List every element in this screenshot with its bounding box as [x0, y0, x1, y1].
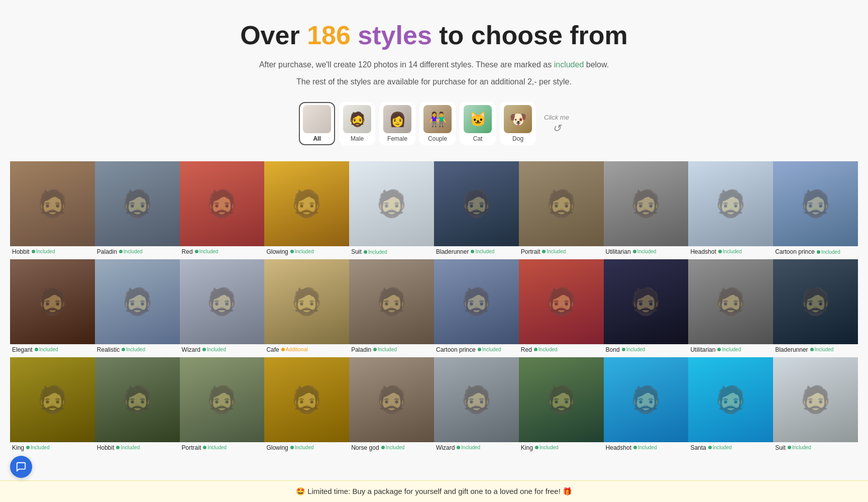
style-card-info: GlowingIncluded	[264, 442, 349, 455]
style-card-badge: Included	[534, 347, 558, 352]
included-link[interactable]: included	[554, 60, 584, 69]
style-card[interactable]: 🧔RealisticIncluded	[95, 259, 180, 357]
style-card[interactable]: 🧔PortraitIncluded	[519, 161, 604, 259]
style-card[interactable]: 🧔PaladinIncluded	[95, 161, 180, 259]
style-card-name: Utilitarian	[606, 248, 631, 255]
filter-thumb-dog: 🐶	[504, 105, 532, 133]
style-card[interactable]: 🧔SuitIncluded	[773, 357, 858, 455]
style-card-name: Portrait	[521, 248, 540, 255]
style-card-info: PortraitIncluded	[519, 246, 604, 259]
style-card[interactable]: 🧔UtilitarianIncluded	[604, 161, 689, 259]
style-card-image: 🧔	[264, 259, 349, 344]
style-card-badge: Included	[35, 347, 58, 352]
filter-btn-all[interactable]: All	[299, 102, 335, 145]
style-card-image: 🧔	[688, 259, 773, 344]
style-card-name: Hobbit	[12, 248, 30, 255]
style-card-info: HobbitIncluded	[10, 246, 95, 259]
style-card-info: WizardIncluded	[180, 344, 265, 357]
style-card-image: 🧔	[95, 357, 180, 442]
style-card[interactable]: 🧔SuitIncluded	[349, 161, 434, 259]
style-card-image: 🧔	[264, 161, 349, 246]
style-card-image: 🧔	[349, 161, 434, 246]
style-card-info: ElegantIncluded	[10, 344, 95, 357]
filter-btn-cat[interactable]: 🐱 Cat	[460, 102, 496, 145]
filter-btn-male[interactable]: 🧔 Male	[339, 102, 375, 145]
style-card-name: Santa	[690, 444, 706, 451]
style-card[interactable]: 🧔SantaIncluded	[688, 357, 773, 455]
style-card[interactable]: 🧔Cartoon princeIncluded	[434, 259, 519, 357]
filter-btn-dog[interactable]: 🐶 Dog	[500, 102, 536, 145]
style-card[interactable]: 🧔GlowingIncluded	[264, 161, 349, 259]
style-card[interactable]: 🧔RedIncluded	[519, 259, 604, 357]
style-card-image: 🧔	[180, 161, 265, 246]
filter-label-dog: Dog	[512, 135, 523, 142]
style-card-name: Wizard	[436, 444, 455, 451]
chat-button[interactable]	[10, 456, 32, 478]
style-card[interactable]: 🧔WizardIncluded	[180, 259, 265, 357]
banner-emoji2: 🎁	[563, 487, 572, 495]
style-card-info: WizardIncluded	[434, 442, 519, 455]
style-card-info: RedIncluded	[180, 246, 265, 259]
style-card-info: HeadshotIncluded	[604, 442, 689, 455]
style-card-info: KingIncluded	[10, 442, 95, 455]
style-card-info: CafeAdditional	[264, 344, 349, 357]
style-card-badge: Included	[810, 347, 834, 352]
style-card-badge: Included	[32, 249, 55, 254]
style-card-badge: Included	[122, 347, 145, 352]
style-card[interactable]: 🧔GlowingIncluded	[264, 357, 349, 455]
style-card-badge: Included	[26, 445, 50, 450]
style-card-badge: Included	[203, 445, 227, 450]
style-card-image: 🧔	[10, 259, 95, 344]
style-card[interactable]: 🧔BladerunnerIncluded	[773, 259, 858, 357]
style-card[interactable]: 🧔PaladinIncluded	[349, 259, 434, 357]
style-card-image: 🧔	[604, 357, 689, 442]
style-card[interactable]: 🧔KingIncluded	[10, 357, 95, 455]
style-card-badge: Included	[202, 347, 226, 352]
filter-label-couple: Couple	[428, 135, 447, 142]
style-card-image: 🧔	[349, 259, 434, 344]
style-card-info: PaladinIncluded	[95, 246, 180, 259]
style-card-image: 🧔	[519, 161, 604, 246]
style-card-name: Portrait	[182, 444, 201, 451]
style-card-name: Headshot	[606, 444, 631, 451]
style-card[interactable]: 🧔Cartoon princeIncluded	[773, 161, 858, 259]
style-card[interactable]: 🧔RedIncluded	[180, 161, 265, 259]
style-card-image: 🧔	[180, 357, 265, 442]
style-card[interactable]: 🧔KingIncluded	[519, 357, 604, 455]
click-me-hint: Click me ↺	[544, 114, 569, 134]
style-card-badge: Included	[622, 347, 645, 352]
filter-label-male: Male	[351, 135, 364, 142]
style-card-image: 🧔	[180, 259, 265, 344]
style-card[interactable]: 🧔HeadshotIncluded	[604, 357, 689, 455]
style-card[interactable]: 🧔BladerunnerIncluded	[434, 161, 519, 259]
style-card-name: Hobbit	[97, 444, 115, 451]
style-card[interactable]: 🧔HobbitIncluded	[95, 357, 180, 455]
filter-bar: All 🧔 Male 👩 Female 👫 Couple 🐱 Cat 🐶 Dog…	[10, 102, 858, 145]
filter-label-cat: Cat	[473, 135, 483, 142]
style-card-info: PortraitIncluded	[180, 442, 265, 455]
style-card[interactable]: 🧔PortraitIncluded	[180, 357, 265, 455]
subtitle-2: The rest of the styles are available for…	[10, 75, 858, 88]
style-card[interactable]: 🧔Norse godIncluded	[349, 357, 434, 455]
style-card[interactable]: 🧔ElegantIncluded	[10, 259, 95, 357]
style-card-info: Norse godIncluded	[349, 442, 434, 455]
filter-btn-couple[interactable]: 👫 Couple	[419, 102, 456, 145]
style-card[interactable]: 🧔UtilitarianIncluded	[688, 259, 773, 357]
style-card-info: BladerunnerIncluded	[434, 246, 519, 259]
style-card[interactable]: 🧔HobbitIncluded	[10, 161, 95, 259]
filter-btn-female[interactable]: 👩 Female	[379, 102, 415, 145]
style-card-badge: Included	[290, 445, 314, 450]
click-me-arrow: ↺	[553, 122, 561, 134]
style-card[interactable]: 🧔WizardIncluded	[434, 357, 519, 455]
style-card-badge: Included	[542, 249, 566, 254]
style-card[interactable]: 🧔BondIncluded	[604, 259, 689, 357]
style-card[interactable]: 🧔HeadshotIncluded	[688, 161, 773, 259]
style-card-image: 🧔	[95, 161, 180, 246]
style-card-badge: Included	[373, 347, 397, 352]
style-card-info: RealisticIncluded	[95, 344, 180, 357]
style-card-image: 🧔	[604, 161, 689, 246]
style-card[interactable]: 🧔CafeAdditional	[264, 259, 349, 357]
style-card-badge: Included	[788, 445, 811, 450]
style-card-badge: Included	[116, 445, 140, 450]
style-card-name: Red	[182, 248, 193, 255]
